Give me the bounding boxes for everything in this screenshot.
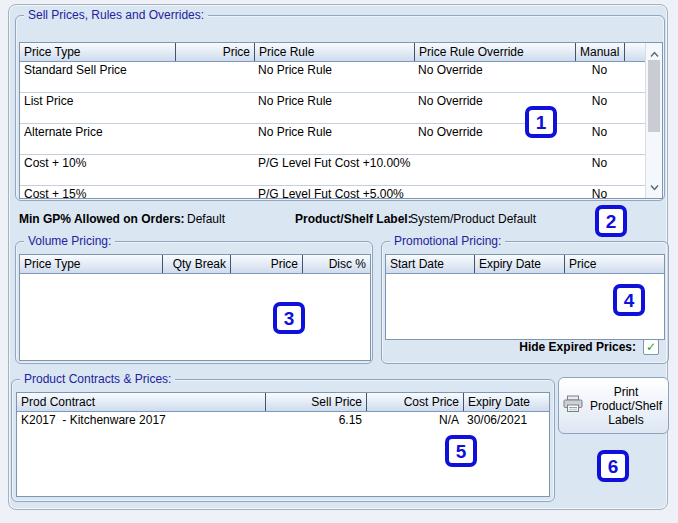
- product-contracts-title: Product Contracts & Prices:: [20, 372, 175, 386]
- manual-cell: No: [575, 186, 624, 199]
- scroll-up-icon[interactable]: [646, 47, 662, 61]
- contract-cell: K2017 - Kitchenware 2017: [17, 412, 265, 432]
- sell-prices-scrollbar[interactable]: [645, 43, 662, 198]
- printer-icon: [563, 395, 583, 416]
- col-contract-expiry[interactable]: Expiry Date: [463, 393, 549, 411]
- manual-cell: No: [575, 93, 624, 123]
- print-labels-label: Print Product/Shelf Labels: [588, 385, 664, 427]
- sell-prices-groupbox: Sell Prices, Rules and Overrides: Price …: [15, 15, 665, 201]
- volume-pricing-groupbox: Volume Pricing: Price Type Qty Break Pri…: [15, 241, 373, 364]
- col-prod-contract[interactable]: Prod Contract: [17, 393, 265, 411]
- callout-3: 3: [273, 302, 305, 334]
- override-cell: No Override: [414, 62, 575, 92]
- col-price[interactable]: Price: [175, 43, 254, 61]
- price-type-cell: Standard Sell Price: [20, 62, 175, 92]
- override-cell: [414, 155, 575, 185]
- callout-1: 1: [525, 106, 557, 138]
- min-gp-label: Min GP% Allowed on Orders:: [19, 212, 185, 226]
- sell-prices-table[interactable]: Price Type Price Price Rule Price Rule O…: [19, 42, 663, 199]
- price-rule-cell: P/G Level Fut Cost +10.00%: [254, 155, 414, 185]
- scroll-down-icon[interactable]: [646, 180, 662, 194]
- col-vol-price[interactable]: Price: [230, 255, 302, 273]
- filler-cell: [624, 93, 646, 123]
- price-type-cell: Alternate Price: [20, 124, 175, 154]
- cost-price-cell: N/A: [366, 412, 463, 432]
- manual-cell: No: [575, 62, 624, 92]
- callout-2: 2: [595, 205, 627, 237]
- price-cell: $7.50 i$8.25: [175, 124, 254, 154]
- price-rule-cell: P/G Level Fut Cost +5.00%: [254, 186, 414, 199]
- hide-expired-label: Hide Expired Prices:: [519, 340, 636, 354]
- price-cell: $6.50 i$7.15: [175, 93, 254, 123]
- col-disc[interactable]: Disc %: [302, 255, 370, 273]
- scrollbar-thumb[interactable]: [648, 60, 660, 132]
- col-manual[interactable]: Manual: [575, 43, 624, 61]
- sell-price-row[interactable]: Standard Sell Price $8.00 i$8.80 No Pric…: [20, 62, 646, 93]
- col-filler: [624, 43, 646, 61]
- callout-4: 4: [613, 284, 645, 316]
- col-qty-break[interactable]: Qty Break: [162, 255, 230, 273]
- contract-row[interactable]: K2017 - Kitchenware 2017 6.15 N/A 30/06/…: [17, 412, 549, 432]
- col-price-rule-override[interactable]: Price Rule Override: [414, 43, 575, 61]
- callout-6: 6: [597, 450, 629, 482]
- sell-prices-header-row: Price Type Price Price Rule Price Rule O…: [20, 43, 646, 62]
- sell-price-row[interactable]: Cost + 10% $4.40 i$4.84 P/G Level Fut Co…: [20, 155, 646, 186]
- col-price-type[interactable]: Price Type: [20, 43, 175, 61]
- min-gp-value: Default: [187, 212, 225, 226]
- col-vol-price-type[interactable]: Price Type: [20, 255, 162, 273]
- print-labels-button[interactable]: Print Product/Shelf Labels: [558, 377, 669, 434]
- col-cost-price[interactable]: Cost Price: [366, 393, 463, 411]
- price-cell: $4.40 i$4.84: [175, 155, 254, 185]
- price-cell: $4.20: [175, 186, 254, 199]
- expiry-cell: 30/06/2021: [463, 412, 549, 432]
- hide-expired-checkbox[interactable]: ✓: [643, 339, 659, 355]
- price-cell: $8.00 i$8.80: [175, 62, 254, 92]
- filler-cell: [624, 62, 646, 92]
- price-type-cell: Cost + 10%: [20, 155, 175, 185]
- filler-cell: [624, 155, 646, 185]
- shelf-label-label: Product/Shelf Label:: [295, 212, 412, 226]
- price-rule-cell: No Price Rule: [254, 93, 414, 123]
- filler-cell: [624, 186, 646, 199]
- price-type-cell: Cost + 15%: [20, 186, 175, 199]
- col-promo-price[interactable]: Price: [564, 255, 664, 273]
- sell-price-row[interactable]: Cost + 15% $4.20 P/G Level Fut Cost +5.0…: [20, 186, 646, 199]
- volume-pricing-table[interactable]: Price Type Qty Break Price Disc %: [19, 254, 371, 361]
- volume-pricing-title: Volume Pricing:: [24, 234, 115, 248]
- price-rule-cell: No Price Rule: [254, 124, 414, 154]
- product-contracts-header-row: Prod Contract Sell Price Cost Price Expi…: [17, 393, 549, 412]
- col-start-date[interactable]: Start Date: [386, 255, 474, 273]
- pricing-panel-frame: Sell Prices, Rules and Overrides: Price …: [8, 4, 668, 510]
- shelf-label-value: System/Product Default: [410, 212, 536, 226]
- promotional-pricing-header-row: Start Date Expiry Date Price: [386, 255, 664, 274]
- manual-cell: No: [575, 155, 624, 185]
- override-cell: [414, 186, 575, 199]
- product-contracts-body: K2017 - Kitchenware 2017 6.15 N/A 30/06/…: [17, 412, 549, 432]
- col-price-rule[interactable]: Price Rule: [254, 43, 414, 61]
- price-type-cell: List Price: [20, 93, 175, 123]
- volume-pricing-header-row: Price Type Qty Break Price Disc %: [20, 255, 370, 274]
- callout-5: 5: [445, 435, 477, 467]
- sell-prices-title: Sell Prices, Rules and Overrides:: [24, 8, 208, 22]
- col-sell-price[interactable]: Sell Price: [265, 393, 366, 411]
- filler-cell: [624, 124, 646, 154]
- promotional-pricing-title: Promotional Pricing:: [390, 234, 505, 248]
- sell-price-cell: 6.15: [265, 412, 366, 432]
- checkmark-icon: ✓: [646, 341, 656, 353]
- col-expiry-date[interactable]: Expiry Date: [474, 255, 564, 273]
- price-rule-cell: No Price Rule: [254, 62, 414, 92]
- manual-cell: No: [575, 124, 624, 154]
